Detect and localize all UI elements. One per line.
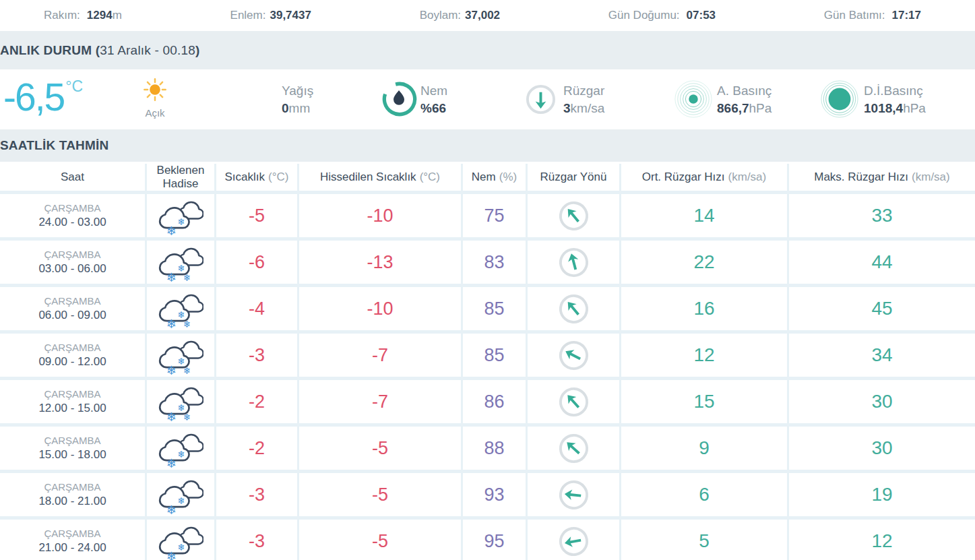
snow-cloud-icon: ❄ ❄ ❄ <box>158 428 203 468</box>
svg-text:❄: ❄ <box>177 542 185 553</box>
hour-range-cell: ÇARŞAMBA 21.00 - 24.00 <box>0 520 145 560</box>
svg-text:❄: ❄ <box>166 271 177 282</box>
max-wind-speed-cell: 30 <box>789 427 975 470</box>
wind-direction-cell <box>528 520 619 560</box>
humidity-metric: Nem %66 <box>420 82 447 117</box>
snow-cloud-icon: ❄ ❄ ❄ <box>158 381 203 422</box>
wind-direction-arrow-icon <box>551 193 596 238</box>
wind-direction-arrow-icon <box>555 523 592 559</box>
snow-cloud-icon: ❄ ❄ ❄ <box>158 288 203 329</box>
humidity-cell: 95 <box>463 520 526 560</box>
altitude: Rakım:1294m <box>44 9 122 22</box>
wind-direction-cell <box>528 473 619 516</box>
expected-condition-cell: ❄ ❄ ❄ <box>147 427 214 470</box>
temperature-cell: -2 <box>216 427 297 470</box>
max-wind-speed-cell: 45 <box>789 287 975 330</box>
max-wind-speed-cell: 44 <box>789 241 975 284</box>
expected-condition-cell: ❄ ❄ ❄ <box>147 520 214 560</box>
max-wind-speed-cell: 30 <box>789 380 975 423</box>
svg-text:❄: ❄ <box>166 410 177 422</box>
avg-wind-speed-cell: 12 <box>621 334 787 377</box>
expected-condition-cell: ❄ ❄ ❄ <box>147 380 214 423</box>
snow-cloud-icon: ❄ ❄ ❄ <box>158 242 203 282</box>
current-condition: Açık <box>128 77 182 119</box>
avg-wind-speed-cell: 5 <box>621 520 787 560</box>
col-header-wind-direction: Rüzgar Yönü <box>528 164 619 191</box>
current-conditions: -6,5°C Açık Yağış 0mm <box>0 69 975 129</box>
avg-wind-speed-cell: 9 <box>621 427 787 470</box>
col-header-temperature: Sıcaklık(°C) <box>216 164 297 191</box>
wind-direction-cell <box>528 194 619 237</box>
temperature-cell: -3 <box>216 520 297 560</box>
longitude: Boylam:37,002 <box>420 9 500 22</box>
weather-page: Rakım:1294m Enlem:39,7437 Boylam:37,002 … <box>0 0 975 560</box>
wind-direction-cell <box>528 334 619 377</box>
current-section-title: ANLIK DURUM (31 Aralık - 00.18) <box>0 43 200 58</box>
wind-direction-cell <box>528 427 619 470</box>
hour-range-cell: ÇARŞAMBA 24.00 - 03.00 <box>0 194 145 237</box>
max-wind-speed-cell: 34 <box>789 334 975 377</box>
hourly-section-header: SAATLİK TAHMİN <box>0 129 975 162</box>
pressure-ripple-dot-icon <box>674 80 713 119</box>
svg-text:❄: ❄ <box>177 495 185 506</box>
wind-metric: Rüzgar 3km/sa <box>563 82 604 117</box>
wind-direction-arrow-icon <box>551 286 596 331</box>
sunrise: Gün Doğumu:07:53 <box>608 9 716 22</box>
svg-text:❄: ❄ <box>166 317 177 329</box>
wind-direction-arrow-icon <box>551 379 596 424</box>
expected-condition-cell: ❄ ❄ ❄ <box>147 334 214 377</box>
latitude: Enlem:39,7437 <box>230 9 311 22</box>
precipitation-metric: Yağış 0mm <box>282 82 313 117</box>
station-meta-bar: Rakım:1294m Enlem:39,7437 Boylam:37,002 … <box>0 0 975 31</box>
wind-direction-cell <box>528 287 619 330</box>
svg-text:❄: ❄ <box>183 412 191 422</box>
feels-like-cell: -10 <box>299 194 461 237</box>
wind-down-arrow-icon <box>525 84 557 115</box>
expected-condition-cell: ❄ ❄ ❄ <box>147 241 214 284</box>
pressure-ripple-filled-icon <box>820 80 859 119</box>
svg-text:❄: ❄ <box>177 449 185 460</box>
feels-like-cell: -5 <box>299 520 461 560</box>
svg-text:❄: ❄ <box>166 550 177 560</box>
wind-direction-arrow-icon <box>552 334 594 376</box>
humidity-cell: 88 <box>463 427 526 470</box>
humidity-cell: 75 <box>463 194 526 237</box>
expected-condition-cell: ❄ ❄ ❄ <box>147 473 214 516</box>
feels-like-cell: -13 <box>299 241 461 284</box>
hour-range-cell: ÇARŞAMBA 09.00 - 12.00 <box>0 334 145 377</box>
feels-like-cell: -5 <box>299 473 461 516</box>
feels-like-cell: -7 <box>299 334 461 377</box>
snow-cloud-icon: ❄ ❄ ❄ <box>158 335 203 375</box>
temperature-cell: -3 <box>216 334 297 377</box>
humidity-gauge-icon <box>381 81 418 117</box>
hour-range-cell: ÇARŞAMBA 18.00 - 21.00 <box>0 473 145 516</box>
temperature-cell: -2 <box>216 380 297 423</box>
expected-condition-cell: ❄ ❄ ❄ <box>147 194 214 237</box>
hour-range-cell: ÇARŞAMBA 06.00 - 09.00 <box>0 287 145 330</box>
hour-range-cell: ÇARŞAMBA 03.00 - 06.00 <box>0 241 145 284</box>
humidity-cell: 93 <box>463 473 526 516</box>
svg-text:❄: ❄ <box>183 272 191 282</box>
hourly-section-title: SAATLİK TAHMİN <box>0 138 108 153</box>
col-header-feels-like: Hissedilen Sıcaklık(°C) <box>299 164 461 191</box>
snow-cloud-icon: ❄ ❄ ❄ <box>158 521 203 560</box>
condition-label: Açık <box>128 107 182 119</box>
humidity-cell: 86 <box>463 380 526 423</box>
svg-text:❄: ❄ <box>177 216 185 227</box>
snow-cloud-icon: ❄ ❄ ❄ <box>158 474 203 515</box>
expected-condition-cell: ❄ ❄ ❄ <box>147 287 214 330</box>
avg-wind-speed-cell: 22 <box>621 241 787 284</box>
svg-text:❄: ❄ <box>166 457 177 468</box>
actual-pressure-metric: A. Basınç 866,7hPa <box>717 82 772 117</box>
hourly-table: Saat Beklenen Hadise Sıcaklık(°C) Hissed… <box>0 164 975 560</box>
col-header-expected-condition: Beklenen Hadise <box>147 164 214 191</box>
sunset: Gün Batımı:17:17 <box>824 9 921 22</box>
avg-wind-speed-cell: 15 <box>621 380 787 423</box>
avg-wind-speed-cell: 16 <box>621 287 787 330</box>
feels-like-cell: -7 <box>299 380 461 423</box>
feels-like-cell: -10 <box>299 287 461 330</box>
current-temperature: -6,5°C <box>3 75 83 119</box>
max-wind-speed-cell: 12 <box>789 520 975 560</box>
svg-text:❄: ❄ <box>166 503 177 515</box>
current-section-header: ANLIK DURUM (31 Aralık - 00.18) <box>0 31 975 69</box>
